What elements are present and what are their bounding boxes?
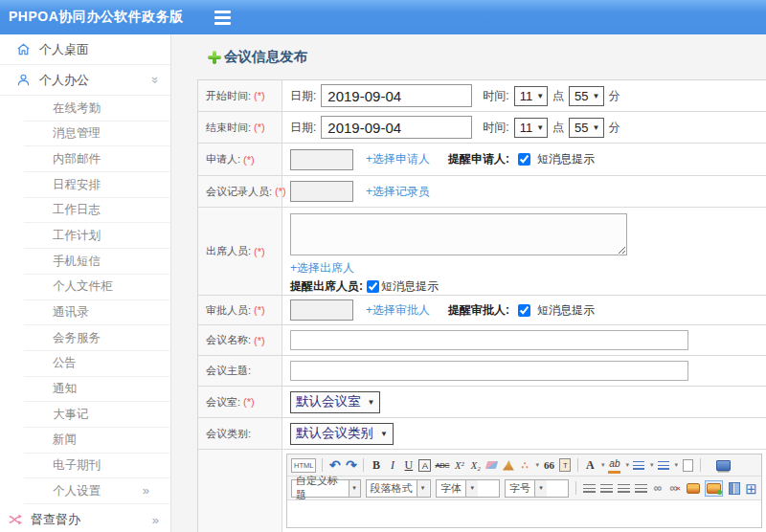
dropdown-caret-icon: ▼ xyxy=(368,398,375,407)
sidebar-item-personal-file-cabinet[interactable]: 个人文件柜 xyxy=(24,275,170,300)
sidebar-item-announcement[interactable]: 公告 xyxy=(24,351,170,377)
dropdown-caret-icon: ▾ xyxy=(417,480,429,497)
hamburger-menu-icon[interactable] xyxy=(214,11,231,25)
sidebar-item-news[interactable]: 新闻 xyxy=(24,428,170,454)
eraser-icon[interactable] xyxy=(485,457,498,474)
underline-button[interactable]: U xyxy=(402,457,415,474)
sidebar-item-online-attendance[interactable]: 在线考勤 xyxy=(24,96,170,122)
select-approver-link[interactable]: +选择审批人 xyxy=(366,302,430,319)
sidebar-item-sms[interactable]: 手机短信 xyxy=(24,249,170,275)
sidebar-item-personal-office[interactable]: 个人办公 » xyxy=(0,65,170,96)
insert-table-icon[interactable]: ⊞ xyxy=(745,480,757,497)
sidebar-item-label: 消息管理 xyxy=(53,121,101,146)
bold-button[interactable]: B xyxy=(370,457,382,474)
sidebar-item-internal-mail[interactable]: 内部邮件 xyxy=(24,146,170,172)
applicant-sms-checkbox[interactable] xyxy=(518,153,530,166)
align-right-icon[interactable] xyxy=(618,480,630,497)
select-applicant-link[interactable]: +选择申请人 xyxy=(366,151,430,167)
approver-input[interactable] xyxy=(290,299,353,321)
italic-button[interactable]: I xyxy=(386,457,398,474)
paste-icon[interactable]: T xyxy=(559,457,572,474)
approver-sms-checkbox[interactable] xyxy=(518,304,530,317)
meeting-subject-input[interactable] xyxy=(290,361,688,381)
align-center-icon[interactable] xyxy=(600,480,613,497)
font-size-select[interactable]: 字号▾ xyxy=(505,479,569,498)
strikethrough-button[interactable]: ABC xyxy=(435,457,449,474)
font-family-select[interactable]: 字体▾ xyxy=(436,479,500,498)
attendees-sms-checkbox[interactable] xyxy=(367,280,379,293)
sidebar-item-e-journal[interactable]: 电子期刊 xyxy=(24,454,170,479)
sidebar-item-label: 手机短信 xyxy=(53,249,101,275)
paragraph-format-select[interactable]: 段落格式▾ xyxy=(366,479,432,498)
fullscreen-icon[interactable] xyxy=(707,457,731,474)
format-painter-icon[interactable]: ∴ xyxy=(518,457,530,474)
blockquote-button[interactable]: 66 xyxy=(543,457,555,474)
dropdown-caret-icon: ▼ xyxy=(593,92,600,100)
select-recorder-link[interactable]: +选择记录员 xyxy=(366,184,430,200)
remove-link-icon[interactable]: ∞× xyxy=(669,480,682,497)
sidebar-item-work-log[interactable]: 工作日志 xyxy=(24,198,170,224)
sidebar-item-work-plan[interactable]: 工作计划 xyxy=(24,223,170,249)
start-date-input[interactable] xyxy=(321,84,472,107)
sidebar-item-meeting-service[interactable]: 会务服务 xyxy=(24,325,170,351)
html-source-button[interactable]: HTML xyxy=(291,458,316,473)
page-title: 会议信息发布 xyxy=(208,48,307,66)
remind-applicant-label: 提醒申请人: xyxy=(448,151,509,167)
start-minute-select[interactable]: 55▼ xyxy=(569,86,603,106)
undo-icon[interactable]: ↶ xyxy=(328,457,341,474)
sidebar-item-schedule[interactable]: 日程安排 xyxy=(24,172,170,198)
sidebar-item-contacts[interactable]: 通讯录 xyxy=(24,300,170,326)
applicant-input[interactable] xyxy=(290,149,353,170)
sidebar-item-notice[interactable]: 通知 xyxy=(24,377,170,403)
editor-content-area[interactable] xyxy=(287,500,761,527)
dropdown-caret-icon: ▾ xyxy=(674,461,678,469)
align-justify-icon[interactable] xyxy=(635,480,647,497)
custom-heading-select[interactable]: 自定义标题▾ xyxy=(291,479,361,498)
sidebar-item-personal-settings[interactable]: 个人设置 » xyxy=(24,478,170,504)
border-text-button[interactable]: A xyxy=(418,459,431,472)
highlight-color-button[interactable]: ab xyxy=(608,457,620,474)
minute-unit: 分 xyxy=(609,88,620,104)
editor-toolbar-row2: 自定义标题▾ 段落格式▾ 字体▾ 字号▾ ∞ ∞× xyxy=(287,477,761,500)
field-label: 会议记录人员:(*) xyxy=(198,176,282,207)
shuffle-icon xyxy=(8,513,22,527)
meeting-name-input[interactable] xyxy=(290,330,688,350)
superscript-button[interactable]: X² xyxy=(453,457,465,474)
insert-image-icon[interactable] xyxy=(687,480,701,497)
end-date-input[interactable] xyxy=(321,116,472,139)
editor-toolbar-row1: HTML ↶ ↷ B I U A ABC X² X₂ ∴ xyxy=(287,454,761,477)
unordered-list-icon[interactable] xyxy=(657,457,669,474)
topbar: PHPOA协同办公软件政务版 xyxy=(0,0,766,34)
end-minute-select[interactable]: 55▼ xyxy=(569,118,603,138)
redo-icon[interactable]: ↷ xyxy=(345,457,357,474)
end-hour-select[interactable]: 11▼ xyxy=(514,118,548,138)
field-label: 出席人员:(*) xyxy=(198,208,282,295)
insert-link-icon[interactable]: ∞ xyxy=(652,480,665,497)
sidebar-item-label: 内部邮件 xyxy=(53,146,101,172)
field-label: 会议类别: xyxy=(198,418,282,449)
form-row-start-time: 开始时间:(*) 日期: 时间: 11▼ 点 55▼ 分 xyxy=(198,80,766,112)
format-brush-icon[interactable] xyxy=(502,457,514,474)
form-row-applicant: 申请人:(*) +选择申请人 提醒申请人: 短消息提示 xyxy=(198,144,766,176)
sidebar-item-message-management[interactable]: 消息管理 xyxy=(24,122,170,147)
align-left-icon[interactable] xyxy=(583,480,596,497)
ordered-list-icon[interactable] xyxy=(633,457,645,474)
upload-image-icon[interactable] xyxy=(705,480,723,497)
sidebar-item-supervision[interactable]: 督查督办 » xyxy=(0,504,170,532)
meeting-room-select[interactable]: 默认会议室▼ xyxy=(290,391,380,413)
dropdown-caret-icon: ▼ xyxy=(593,123,600,132)
sidebar-item-personal-desktop[interactable]: 个人桌面 xyxy=(0,34,170,65)
user-icon xyxy=(16,73,31,87)
new-page-icon[interactable] xyxy=(682,457,694,474)
page-layout-icon[interactable] xyxy=(728,480,740,497)
chevron-right-icon: » xyxy=(152,513,159,527)
attendees-textarea[interactable] xyxy=(290,213,627,255)
recorder-input[interactable] xyxy=(290,181,353,202)
date-label: 日期: xyxy=(290,120,316,136)
meeting-category-select[interactable]: 默认会议类别▼ xyxy=(290,423,394,445)
select-attendees-link[interactable]: +选择出席人 xyxy=(290,260,354,277)
font-color-button[interactable]: A xyxy=(584,457,597,474)
sidebar-item-major-events[interactable]: 大事记 xyxy=(24,402,170,428)
start-hour-select[interactable]: 11▼ xyxy=(514,86,548,106)
subscript-button[interactable]: X₂ xyxy=(469,457,482,474)
